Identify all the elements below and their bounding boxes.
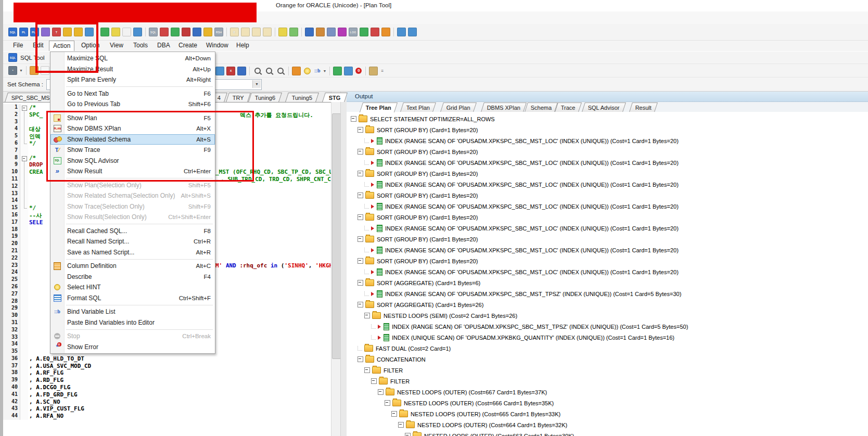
tree-node[interactable]: CONCATENATION: [347, 354, 868, 365]
toolbar-icon[interactable]: [193, 28, 201, 36]
menu-item-bind-variable-list[interactable]: ::bBind Variable List: [50, 306, 215, 317]
menu-item-show-error[interactable]: *0Show Error: [50, 342, 215, 353]
tree-collapse-icon[interactable]: [371, 378, 377, 384]
tree-node[interactable]: FILTER: [347, 376, 868, 387]
tree-node[interactable]: INDEX (RANGE SCAN) OF 'OPUSADM.XPKSPC_SB…: [347, 245, 868, 255]
output-tab-tree-plan[interactable]: Tree Plan: [360, 102, 398, 112]
bind-variable-icon[interactable]: ::b: [314, 68, 321, 73]
toolbar-icon[interactable]: [338, 28, 347, 36]
tree-node[interactable]: INDEX (RANGE SCAN) OF 'OPUSADM.XPKSPC_SB…: [347, 179, 868, 190]
tree-node[interactable]: INDEX (UNIQUE SCAN) OF 'OPUSADM.XPKBKG_Q…: [347, 332, 868, 343]
toolbar-icon[interactable]: [344, 67, 353, 75]
tree-collapse-icon[interactable]: [378, 389, 384, 395]
menubar-item-tools[interactable]: Tools: [130, 41, 151, 50]
tree-collapse-icon[interactable]: [351, 116, 356, 122]
output-tab-sql-advisor[interactable]: SQL Advisor: [582, 102, 626, 112]
tree-node[interactable]: INDEX (RANGE SCAN) OF 'OPUSADM.XPKSPC_SB…: [347, 266, 868, 277]
chevron-down-icon[interactable]: ▼: [252, 80, 261, 88]
tree-plan-view[interactable]: SELECT STATEMENT OPTIMIZER=ALL_ROWSSORT …: [347, 112, 868, 436]
toolbar-icon[interactable]: [237, 67, 246, 75]
editor-tab-spc_sbc_ms[interactable]: SPC_SBC_MS: [5, 93, 57, 102]
menubar-item-window[interactable]: Window: [202, 41, 232, 50]
tree-collapse-icon[interactable]: [358, 280, 363, 286]
tree-node[interactable]: INDEX (RANGE SCAN) OF 'OPUSADM.XPKSPC_SB…: [347, 288, 868, 299]
tree-collapse-icon[interactable]: [358, 214, 363, 220]
toolbar-icon[interactable]: SQL: [8, 28, 17, 36]
tree-node[interactable]: NESTED LOOPS (OUTER) (Cost=667 Card=1 By…: [347, 387, 868, 397]
menu-item-format-sql[interactable]: Format SQLCtrl+Shift+F: [50, 293, 215, 304]
menubar-item-dba[interactable]: DBA: [154, 41, 174, 50]
menu-item-split-pane-evenly[interactable]: Split Pane EvenlyAlt+Right: [50, 74, 215, 85]
tree-collapse-icon[interactable]: [385, 400, 390, 406]
search-icon[interactable]: [266, 68, 272, 74]
scrollbar-thumb[interactable]: [332, 113, 341, 359]
menubar-item-create[interactable]: Create: [175, 41, 201, 50]
tree-collapse-icon[interactable]: [358, 149, 363, 155]
toolbar-icon[interactable]: [111, 28, 120, 36]
tree-node[interactable]: SORT (AGGREGATE) (Card=1 Bytes=6): [347, 277, 868, 288]
toolbar-icon[interactable]: [203, 28, 212, 36]
toolbar-icon[interactable]: [369, 67, 378, 75]
output-tab-result[interactable]: Result: [629, 102, 658, 112]
menu-item-column-definition[interactable]: Column DefinitionAlt+C: [50, 261, 215, 272]
tree-node[interactable]: INDEX (RANGE SCAN) OF 'OPUSADM.XPKSPC_SB…: [347, 321, 868, 332]
toolbar-icon[interactable]: [278, 28, 287, 36]
tree-collapse-icon[interactable]: [398, 422, 404, 428]
toolbar-icon[interactable]: [289, 28, 298, 36]
tree-collapse-icon[interactable]: [358, 236, 363, 242]
toolbar-overflow-icon[interactable]: ≡: [381, 69, 384, 73]
editor-vertical-scrollbar[interactable]: [331, 92, 341, 436]
output-tab-schema[interactable]: Schema: [525, 102, 558, 112]
menu-item-recall-cached-sql-[interactable]: Recall Cached SQL...F8: [50, 226, 215, 237]
menu-item-recall-named-script-[interactable]: Recall Named Script...Ctrl+R: [50, 236, 215, 247]
output-tab-text-plan[interactable]: Text Plan: [400, 102, 436, 112]
toolbar-icon[interactable]: [408, 28, 417, 36]
tree-node[interactable]: NESTED LOOPS (OUTER) (Cost=663 Card=1 By…: [347, 430, 868, 436]
editor-tab-stg[interactable]: STG: [322, 93, 347, 102]
search-icon[interactable]: [277, 68, 284, 74]
tree-node[interactable]: SELECT STATEMENT OPTIMIZER=ALL_ROWS: [347, 113, 868, 124]
toolbar-icon[interactable]: SQL: [149, 28, 158, 36]
tree-collapse-icon[interactable]: [358, 171, 363, 176]
tree-node[interactable]: SORT (GROUP BY) (Card=1 Bytes=20): [347, 190, 868, 201]
menubar-item-file[interactable]: File: [9, 41, 27, 50]
tree-node[interactable]: FILTER: [347, 365, 868, 376]
tree-node[interactable]: INDEX (RANGE SCAN) OF 'OPUSADM.XPKSPC_SB…: [347, 135, 868, 146]
fold-collapse-icon[interactable]: [22, 156, 27, 161]
show-error-icon[interactable]: 0: [355, 68, 362, 74]
output-tab-grid-plan[interactable]: Grid Plan: [440, 102, 477, 112]
toolbar-icon[interactable]: PL: [19, 28, 28, 36]
toolbar-icon[interactable]: RSH: [214, 28, 223, 36]
editor-tab-tuning6[interactable]: Tuning6: [248, 93, 282, 102]
tree-collapse-icon[interactable]: [358, 193, 363, 198]
menubar-item-help[interactable]: Help: [233, 41, 253, 50]
toolbar-icon[interactable]: [252, 28, 261, 36]
tree-collapse-icon[interactable]: [391, 411, 397, 417]
toolbar-icon[interactable]: [360, 28, 368, 36]
tree-node[interactable]: INDEX (RANGE SCAN) OF 'OPUSADM.XPKSPC_SB…: [347, 201, 868, 212]
toolbar-icon[interactable]: LOG: [349, 28, 358, 36]
output-tab-dbms-xplan[interactable]: DBMS XPlan: [481, 102, 527, 112]
menu-item-go-to-next-tab[interactable]: Go to Next TabF6: [50, 88, 215, 99]
chevron-down-icon[interactable]: ▼: [19, 69, 23, 72]
tree-collapse-icon[interactable]: [358, 258, 363, 264]
chevron-down-icon[interactable]: ▼: [323, 69, 327, 73]
tree-collapse-icon[interactable]: [364, 367, 370, 373]
tree-node[interactable]: SORT (GROUP BY) (Card=1 Bytes=20): [347, 146, 868, 157]
menu-item-paste-bind-variables-into-editor[interactable]: Paste Bind Variables into Editor: [50, 317, 215, 328]
toolbar-icon[interactable]: [327, 28, 336, 36]
toolbar-icon[interactable]: [241, 28, 250, 36]
search-icon[interactable]: [254, 68, 261, 74]
toolbar-icon[interactable]: [171, 28, 180, 36]
toolbar-icon[interactable]: *: [8, 66, 17, 75]
toolbar-icon[interactable]: [133, 28, 142, 36]
tree-node[interactable]: SORT (GROUP BY) (Card=1 Bytes=20): [347, 124, 868, 135]
toolbar-icon[interactable]: [316, 28, 325, 36]
menu-item-go-to-previous-tab[interactable]: Go to Previous TabShift+F6: [50, 99, 215, 110]
toolbar-icon[interactable]: [100, 28, 109, 36]
tree-node[interactable]: NESTED LOOPS (OUTER) (Cost=665 Card=1 By…: [347, 408, 868, 419]
menu-item-save-as-named-script-[interactable]: Save as Named Script...Alt+R: [50, 247, 215, 258]
toolbar-icon[interactable]: [397, 28, 406, 36]
toolbar-icon[interactable]: [333, 67, 342, 75]
toolbar-icon[interactable]: [215, 67, 224, 75]
